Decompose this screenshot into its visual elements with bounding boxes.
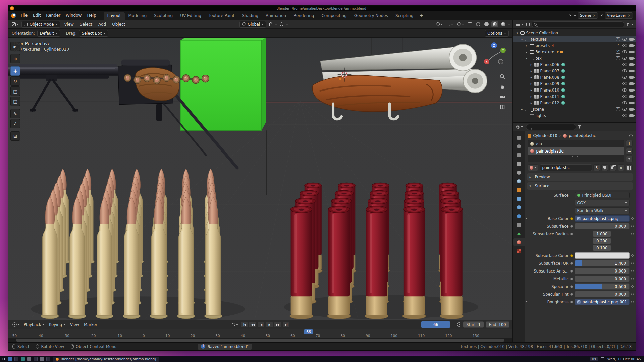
exclude-checkbox-icon[interactable] xyxy=(616,107,620,111)
camera-view-icon[interactable] xyxy=(499,94,505,100)
timeline-menu-item[interactable]: Keying xyxy=(47,321,67,328)
properties-tab[interactable] xyxy=(513,142,525,150)
disclosure-arrow-icon[interactable]: ▸ xyxy=(530,95,533,98)
exclude-checkbox-icon[interactable] xyxy=(616,50,620,54)
outliner-row[interactable]: ▸ Plane.011 xyxy=(513,93,636,100)
properties-tab[interactable] xyxy=(513,238,525,246)
disclosure-arrow-icon[interactable]: ▸ xyxy=(530,76,533,79)
breadcrumb-object[interactable]: Cylinder.010 xyxy=(533,133,557,138)
taskbar-app-icon[interactable] xyxy=(40,357,44,361)
properties-tab[interactable] xyxy=(513,151,525,159)
disclosure-arrow-icon[interactable]: ▾ xyxy=(525,57,529,60)
workspace-tab[interactable]: Scripting xyxy=(392,12,417,20)
drag-setting-dropdown[interactable]: Select Box xyxy=(79,30,109,37)
taskbar-app-icon[interactable] xyxy=(27,357,31,361)
tool-button[interactable]: ⊕ xyxy=(10,54,20,63)
timeline-menu-item[interactable]: Marker xyxy=(82,321,99,328)
workspace-tab[interactable]: Layout xyxy=(104,12,125,20)
outliner-row[interactable]: ▸ presets 4 xyxy=(513,42,636,49)
properties-tab[interactable] xyxy=(513,177,525,185)
preview-panel-header[interactable]: ▸ Preview xyxy=(527,173,633,181)
disclosure-arrow-icon[interactable]: ▸ xyxy=(530,88,533,92)
material-name-field[interactable]: paintedplastic xyxy=(540,164,592,171)
outliner-row[interactable]: lights xyxy=(513,112,636,119)
properties-search-input[interactable] xyxy=(526,124,576,130)
outliner-row[interactable]: ▸ Plane.007 xyxy=(513,68,636,74)
workspace-tab[interactable]: Texture Paint xyxy=(205,12,238,20)
tool-button[interactable]: ∠ xyxy=(10,119,20,128)
vector-y-slider[interactable]: 0.200 xyxy=(593,238,611,244)
outliner-item-label[interactable]: Plane.011 xyxy=(540,94,559,99)
node-tree-button[interactable] xyxy=(626,164,633,171)
keyframe-dot-icon[interactable] xyxy=(631,301,634,303)
xray-toggle[interactable] xyxy=(467,22,473,27)
taskbar-app-icon[interactable] xyxy=(2,357,6,361)
outliner-item-label[interactable]: Plane.010 xyxy=(540,88,559,93)
taskbar-app-icon[interactable] xyxy=(34,357,38,361)
hide-eye-icon[interactable] xyxy=(622,82,627,85)
mode-dropdown[interactable]: Object Mode xyxy=(21,21,60,28)
pan-hand-icon[interactable] xyxy=(499,84,505,90)
report-message[interactable]: Saved "ammo.blend" xyxy=(198,344,252,350)
orientation-dropdown[interactable]: Global xyxy=(239,21,266,28)
taskbar-app-icon[interactable] xyxy=(46,357,50,361)
color-swatch[interactable] xyxy=(575,252,630,259)
shading-caret-icon[interactable] xyxy=(508,24,510,25)
outliner-row[interactable]: ▸ Plane.006 xyxy=(513,61,636,68)
shading-solid-button[interactable] xyxy=(483,21,490,27)
unlink-material-button[interactable]: × xyxy=(618,164,624,171)
proportional-caret-icon[interactable] xyxy=(286,24,288,25)
exclude-checkbox-icon[interactable] xyxy=(616,44,620,47)
disclosure-arrow-icon[interactable]: ▸ xyxy=(520,108,524,111)
hide-eye-icon[interactable] xyxy=(622,108,627,111)
value-slider[interactable]: 0.000 xyxy=(575,268,630,274)
value-slider[interactable]: 0.500 xyxy=(575,283,630,290)
transport-button[interactable]: ◀ xyxy=(257,322,265,328)
outliner-editor-type-button[interactable] xyxy=(515,22,525,27)
render-camera-icon[interactable] xyxy=(629,57,634,60)
outliner-row[interactable]: ▾ tex xyxy=(513,55,636,61)
remove-slot-button[interactable]: − xyxy=(626,148,633,155)
timeline-scrollbar-thumb[interactable] xyxy=(16,339,505,342)
render-camera-icon[interactable] xyxy=(629,114,634,117)
surface-panel-header[interactable]: ▾ Surface xyxy=(527,182,633,190)
scene-browse-caret-icon[interactable] xyxy=(574,15,576,16)
menubar-item[interactable]: Help xyxy=(84,12,99,20)
outliner-item-label[interactable]: Scene Collection xyxy=(526,31,558,35)
properties-tab[interactable] xyxy=(513,168,525,177)
zoom-icon[interactable] xyxy=(499,74,505,80)
viewport-3d-scene[interactable] xyxy=(8,38,512,320)
snap-toggle[interactable] xyxy=(268,22,274,27)
properties-tab[interactable] xyxy=(513,203,525,212)
viewport-menu-item[interactable]: Add xyxy=(96,21,108,28)
hide-eye-icon[interactable] xyxy=(622,63,627,66)
workspace-tab[interactable]: Sculpting xyxy=(150,12,176,20)
browse-material-button[interactable] xyxy=(528,164,538,171)
render-camera-icon[interactable] xyxy=(629,89,634,92)
outliner-item-label[interactable]: Plane.006 xyxy=(540,62,559,67)
outliner-item-label[interactable]: Plane.008 xyxy=(540,75,559,80)
disclosure-arrow-icon[interactable]: ▾ xyxy=(520,38,524,41)
render-camera-icon[interactable] xyxy=(629,108,634,111)
window-titlebar[interactable]: Blender [/home/amalie/Desktop/blender/am… xyxy=(8,6,636,11)
transport-button[interactable]: ▶ xyxy=(266,322,273,328)
pin-icon[interactable] xyxy=(629,134,633,137)
taskbar-active-window[interactable]: Blender [/home/amalie/Desktop/blender/am… xyxy=(53,357,159,362)
users-count-button[interactable]: 5 xyxy=(593,164,600,171)
hide-eye-icon[interactable] xyxy=(622,57,627,60)
outliner-filter-icon[interactable] xyxy=(626,23,630,26)
tool-button[interactable]: ↻ xyxy=(10,76,20,86)
keyframe-dot-icon[interactable] xyxy=(631,254,634,257)
outliner-item-label[interactable]: Plane.007 xyxy=(540,69,559,73)
disclosure-arrow-icon[interactable]: ▸ xyxy=(530,101,533,105)
playhead-frame-badge[interactable]: 66 xyxy=(304,329,313,334)
disclosure-arrow-icon[interactable]: ▸ xyxy=(525,44,529,47)
hide-eye-icon[interactable] xyxy=(622,50,627,53)
properties-tab[interactable] xyxy=(513,229,525,238)
keyframe-dot-icon[interactable] xyxy=(631,278,634,280)
outliner-item-label[interactable]: textures xyxy=(531,37,547,42)
workspace-tab[interactable]: Shading xyxy=(238,12,262,20)
properties-tab[interactable] xyxy=(513,160,525,168)
tool-button[interactable]: ◳ xyxy=(10,86,20,96)
keyframe-dot-icon[interactable] xyxy=(631,225,634,227)
